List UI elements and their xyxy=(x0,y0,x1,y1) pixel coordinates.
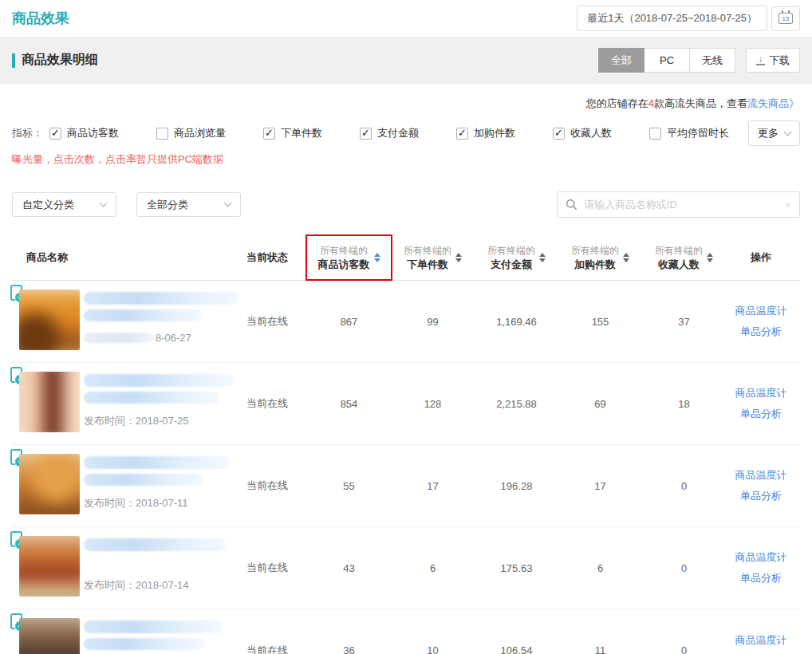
more-button[interactable]: 更多 xyxy=(748,120,800,146)
metric-label: 加购件数 xyxy=(474,126,515,140)
orders-value: 10 xyxy=(391,644,475,654)
all-category-select[interactable]: 全部分类 xyxy=(136,192,241,217)
product-image[interactable] xyxy=(19,454,80,514)
product-cell: 发布时间：2018-07-25 xyxy=(12,363,239,445)
sort-icon[interactable] xyxy=(374,253,380,262)
col-header-product-name: 商品名称 xyxy=(12,250,239,265)
metric-label: 支付金额 xyxy=(377,126,419,140)
cart-value: 155 xyxy=(558,316,642,328)
product-title-redacted[interactable] xyxy=(84,309,202,321)
checkbox-icon[interactable] xyxy=(553,128,565,140)
product-title-redacted[interactable] xyxy=(84,474,203,486)
col-header-actions: 操作 xyxy=(726,250,796,265)
product-title-redacted[interactable] xyxy=(84,292,239,305)
col-header-payment[interactable]: 所有终端的 支付金额 xyxy=(475,244,558,271)
publish-date-text: 8-06-27 xyxy=(156,332,191,344)
cart-value: 69 xyxy=(558,398,642,410)
product-title-redacted[interactable] xyxy=(84,621,223,633)
checkbox-icon[interactable] xyxy=(263,128,275,140)
search-input[interactable] xyxy=(584,199,778,211)
product-thermometer-link[interactable]: 商品温度计 xyxy=(726,301,796,321)
section-controls: 全部 PC 无线 ↓ 下载 xyxy=(599,48,800,73)
col-header-favorites[interactable]: 所有终端的 收藏人数 xyxy=(642,244,726,271)
col-header-visitors[interactable]: 所有终端的 商品访客数 xyxy=(307,244,391,271)
top-header: 商品效果 最近1天（2018-07-25~2018-07-25） 15 xyxy=(0,0,812,37)
product-thermometer-link[interactable]: 商品温度计 xyxy=(726,630,796,651)
metric-checkbox-pageviews[interactable]: 商品浏览量 xyxy=(156,126,226,140)
checkbox-icon[interactable] xyxy=(49,128,61,140)
redacted-blur xyxy=(84,333,154,343)
tab-pc[interactable]: PC xyxy=(644,48,690,73)
single-item-analysis-link[interactable]: 单品分析 xyxy=(726,486,796,506)
visitors-value: 43 xyxy=(307,562,391,574)
product-image[interactable] xyxy=(19,290,80,350)
product-title-redacted[interactable] xyxy=(84,538,226,551)
metric-label: 平均停留时长 xyxy=(667,126,729,140)
status: 当前在线 xyxy=(239,396,307,411)
checkbox-icon[interactable] xyxy=(360,128,372,140)
page-title: 商品效果 xyxy=(12,9,69,28)
checkbox-icon[interactable] xyxy=(456,128,468,140)
tab-wireless[interactable]: 无线 xyxy=(689,48,735,73)
product-thermometer-link[interactable]: 商品温度计 xyxy=(726,547,796,568)
metric-checkbox-orders[interactable]: 下单件数 xyxy=(263,126,322,140)
publish-date-text: 发布时间：2018-07-11 xyxy=(84,496,188,510)
metric-label: 商品访客数 xyxy=(67,126,119,140)
publish-date: 发布时间：2018-07-25 xyxy=(84,414,189,428)
product-thermometer-link[interactable]: 商品温度计 xyxy=(726,465,796,486)
chevron-down-icon xyxy=(784,128,792,136)
metric-label: 商品浏览量 xyxy=(174,126,226,140)
col-header-status: 当前状态 xyxy=(239,250,307,265)
payment-value: 106.54 xyxy=(475,644,558,654)
header-prefix: 所有终端的 xyxy=(404,245,451,256)
product-title-redacted[interactable] xyxy=(84,374,234,387)
publish-date: 发布时间：2018-07-14 xyxy=(84,578,189,593)
metric-checkbox-favorites[interactable]: 收藏人数 xyxy=(553,126,612,140)
header-metric: 商品访客数 xyxy=(318,258,370,270)
cart-value: 11 xyxy=(558,644,642,654)
metric-checkbox-payment[interactable]: 支付金额 xyxy=(360,126,419,140)
sort-icon[interactable] xyxy=(707,253,713,262)
terminal-tabs: 全部 PC 无线 xyxy=(599,48,735,73)
date-range-button[interactable]: 最近1天（2018-07-25~2018-07-25） xyxy=(577,6,767,31)
metric-checkbox-visitors[interactable]: 商品访客数 xyxy=(49,126,119,140)
col-header-orders[interactable]: 所有终端的 下单件数 xyxy=(391,244,475,271)
product-title-redacted[interactable] xyxy=(84,456,229,469)
product-image[interactable] xyxy=(19,536,80,597)
more-label: 更多 xyxy=(758,126,778,140)
single-item-analysis-link[interactable]: 单品分析 xyxy=(726,651,796,654)
single-item-analysis-link[interactable]: 单品分析 xyxy=(726,321,796,342)
metric-checkbox-cart[interactable]: 加购件数 xyxy=(456,126,515,140)
table-row: 发布时间：2018-07-25 当前在线 854 128 2,215.88 69… xyxy=(12,363,800,445)
product-image[interactable] xyxy=(19,372,80,432)
product-thermometer-link[interactable]: 商品温度计 xyxy=(726,383,796,404)
tab-all[interactable]: 全部 xyxy=(598,48,644,73)
product-image[interactable] xyxy=(19,618,80,654)
checkbox-icon[interactable] xyxy=(649,128,661,140)
sort-icon[interactable] xyxy=(539,253,546,262)
clear-search-icon[interactable]: × xyxy=(785,199,791,211)
custom-category-select[interactable]: 自定义分类 xyxy=(12,192,116,217)
metric-checkbox-dwell-time[interactable]: 平均停留时长 xyxy=(649,126,729,140)
download-icon: ↓ xyxy=(756,56,765,65)
sort-icon[interactable] xyxy=(623,253,629,262)
col-header-cart[interactable]: 所有终端的 加购件数 xyxy=(558,244,642,271)
checkbox-icon[interactable] xyxy=(156,128,168,140)
calendar-button[interactable]: 15 xyxy=(771,6,800,31)
header-metric: 收藏人数 xyxy=(658,258,700,270)
sort-icon[interactable] xyxy=(455,253,462,262)
section-heading: 商品效果明细 xyxy=(12,52,98,69)
table-row: 发布时间：2018-07-11 当前在线 55 17 196.28 17 0 商… xyxy=(12,445,800,527)
product-title-redacted[interactable] xyxy=(84,638,205,650)
payment-value: 1,169.46 xyxy=(475,316,558,328)
single-item-analysis-link[interactable]: 单品分析 xyxy=(726,404,796,424)
table-header-row: 商品名称 当前状态 所有终端的 商品访客数 所有终端的 下单件数 所有终端的 支… xyxy=(12,234,800,281)
metric-label: 下单件数 xyxy=(281,126,322,140)
download-button[interactable]: ↓ 下载 xyxy=(746,48,800,73)
churn-products-link[interactable]: 流失商品》 xyxy=(747,97,799,109)
orders-value: 17 xyxy=(391,480,475,492)
status: 当前在线 xyxy=(239,314,307,329)
single-item-analysis-link[interactable]: 单品分析 xyxy=(726,568,796,589)
product-title-redacted[interactable] xyxy=(84,392,219,404)
chevron-down-icon xyxy=(224,199,232,207)
